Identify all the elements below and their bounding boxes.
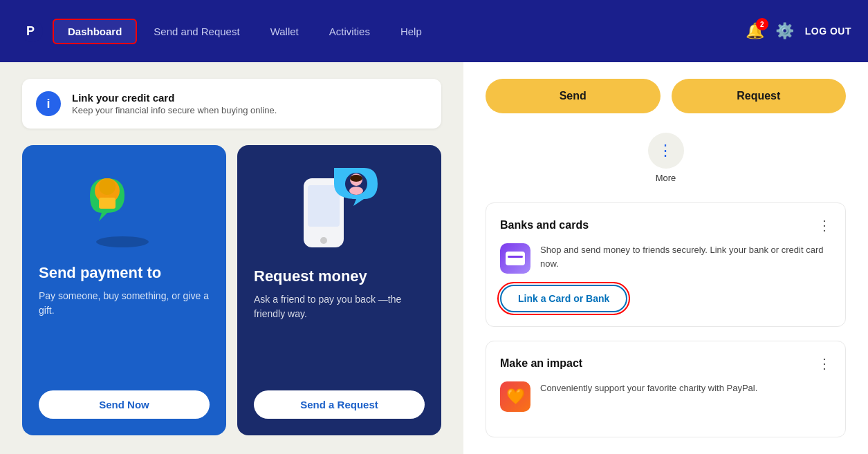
bank-card-icon <box>506 252 525 265</box>
more-dots-icon: ⋮ <box>658 142 674 160</box>
paypal-logo[interactable]: P <box>17 16 47 46</box>
banner-text: Link your credit card Keep your financia… <box>72 92 277 115</box>
banner-title: Link your credit card <box>72 92 277 104</box>
nav-send-request[interactable]: Send and Request <box>140 20 253 43</box>
more-button[interactable]: ⋮ <box>648 133 684 169</box>
nav-help[interactable]: Help <box>387 20 436 43</box>
banks-section-header: Banks and cards ⋮ <box>500 217 831 234</box>
request-card-title: Request money <box>254 267 367 285</box>
svg-point-13 <box>350 175 362 182</box>
credit-card-banner: i Link your credit card Keep your financ… <box>22 79 441 129</box>
cards-row: Send payment to Pay someone, buy somethi… <box>22 145 441 435</box>
header: P Dashboard Send and Request Wallet Acti… <box>0 0 868 62</box>
send-illustration <box>39 164 210 247</box>
notification-badge: 2 <box>756 18 768 30</box>
svg-point-4 <box>99 178 116 195</box>
impact-section-header: Make an impact ⋮ <box>500 355 831 372</box>
svg-rect-5 <box>99 198 116 209</box>
send-card-title: Send payment to <box>39 264 161 282</box>
banks-section-body: Shop and send money to friends securely.… <box>500 243 831 274</box>
impact-section-body: 🧡 Conveniently support your favorite cha… <box>500 381 831 412</box>
more-label: More <box>656 173 676 183</box>
bank-icon <box>500 243 530 274</box>
notifications-bell[interactable]: 🔔 2 <box>746 22 764 40</box>
banks-section-title: Banks and cards <box>500 219 589 231</box>
svg-rect-8 <box>308 185 340 227</box>
request-illustration <box>254 164 425 251</box>
nav-activities[interactable]: Activities <box>315 20 384 43</box>
make-impact-section: Make an impact ⋮ 🧡 Conveniently support … <box>486 341 846 437</box>
impact-icon: 🧡 <box>500 381 530 412</box>
svg-point-9 <box>320 237 327 244</box>
main-content: i Link your credit card Keep your financ… <box>0 62 868 454</box>
nav-wallet[interactable]: Wallet <box>257 20 313 43</box>
more-section: ⋮ More <box>486 133 846 183</box>
impact-section-title: Make an impact <box>500 357 582 370</box>
right-panel: Send Request ⋮ More Banks and cards ⋮ Sh… <box>463 62 868 454</box>
action-buttons: Send Request <box>486 79 846 113</box>
banks-options-icon[interactable]: ⋮ <box>818 217 831 234</box>
left-panel: i Link your credit card Keep your financ… <box>0 62 463 454</box>
request-button[interactable]: Request <box>672 79 847 113</box>
svg-text:P: P <box>26 24 35 38</box>
svg-point-2 <box>96 236 149 247</box>
banks-section-desc: Shop and send money to friends securely.… <box>540 243 831 270</box>
charity-icon: 🧡 <box>506 388 525 406</box>
request-money-card: Request money Ask a friend to pay you ba… <box>237 145 441 435</box>
info-icon: i <box>36 91 61 116</box>
send-payment-card: Send payment to Pay someone, buy somethi… <box>22 145 226 435</box>
send-request-button[interactable]: Send a Request <box>254 390 425 419</box>
impact-options-icon[interactable]: ⋮ <box>818 355 831 372</box>
banner-subtitle: Keep your financial info secure when buy… <box>72 105 277 115</box>
svg-point-12 <box>349 187 363 195</box>
send-button[interactable]: Send <box>486 79 661 113</box>
logout-button[interactable]: LOG OUT <box>805 26 851 37</box>
main-nav: Dashboard Send and Request Wallet Activi… <box>53 19 436 44</box>
send-now-button[interactable]: Send Now <box>39 390 210 419</box>
svg-rect-6 <box>104 195 110 198</box>
send-card-desc: Pay someone, buy something, or give a gi… <box>39 289 210 377</box>
request-card-desc: Ask a friend to pay you back —the friend… <box>254 292 425 377</box>
impact-section-desc: Conveniently support your favorite chari… <box>540 381 757 395</box>
banks-cards-section: Banks and cards ⋮ Shop and send money to… <box>486 202 846 327</box>
settings-icon[interactable]: ⚙️ <box>775 22 794 40</box>
nav-dashboard[interactable]: Dashboard <box>53 19 137 44</box>
header-right: 🔔 2 ⚙️ LOG OUT <box>746 22 851 40</box>
link-card-bank-button[interactable]: Link a Card or Bank <box>500 285 627 312</box>
